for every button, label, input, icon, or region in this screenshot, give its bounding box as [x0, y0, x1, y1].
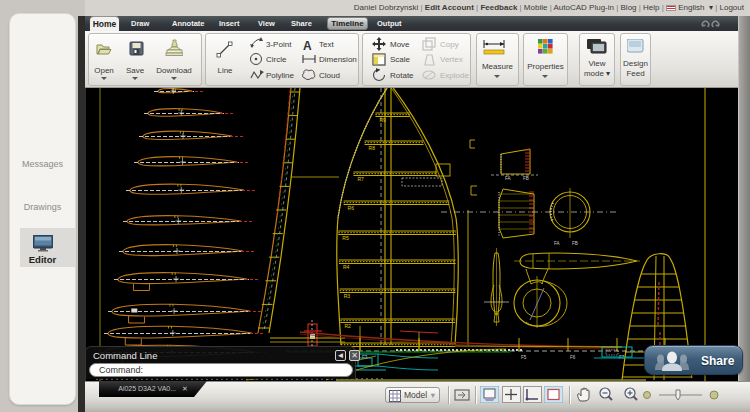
svg-text:R2: R2 — [344, 323, 351, 329]
svg-text:R3: R3 — [344, 293, 351, 299]
svg-text:R5: R5 — [342, 235, 349, 241]
svg-text:FA: FA — [505, 176, 511, 181]
svg-text:R8: R8 — [369, 145, 376, 151]
svg-text:FB: FB — [523, 176, 529, 181]
svg-text:FB: FB — [572, 241, 578, 246]
svg-text:FA: FA — [554, 241, 560, 246]
svg-text:F6: F6 — [570, 355, 576, 360]
svg-text:R9: R9 — [379, 117, 386, 123]
svg-text:R6: R6 — [348, 205, 355, 211]
svg-text:R7: R7 — [357, 176, 364, 182]
svg-text:F5: F5 — [521, 355, 527, 360]
svg-text:R4: R4 — [343, 264, 350, 270]
